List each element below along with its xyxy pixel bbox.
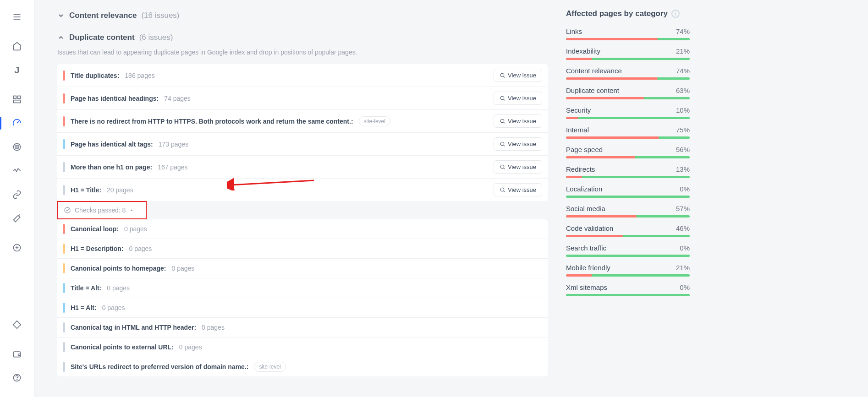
panel-title: Affected pages by category i	[566, 9, 690, 18]
search-icon	[500, 72, 505, 78]
category-bar	[566, 215, 690, 218]
category-row[interactable]: Security10%	[566, 106, 690, 119]
category-row[interactable]: Xml sitemaps0%	[566, 283, 690, 296]
issue-pages: 0 pages	[129, 245, 152, 252]
category-row[interactable]: Indexability21%	[566, 47, 690, 60]
category-pct: 10%	[676, 106, 690, 114]
category-row[interactable]: Duplicate content63%	[566, 87, 690, 99]
category-row[interactable]: Localization0%	[566, 185, 690, 198]
category-bar	[566, 294, 690, 296]
severity-bar	[63, 263, 65, 273]
category-name: Localization	[566, 185, 602, 193]
severity-bar	[63, 93, 65, 103]
category-name: Indexability	[566, 47, 600, 55]
issue-row: Canonical points to homepage:0 pages	[57, 259, 548, 278]
issue-row: More than one h1 on page:167 pagesView i…	[57, 156, 548, 179]
category-row[interactable]: Search traffic0%	[566, 244, 690, 257]
menu-icon[interactable]	[7, 7, 27, 27]
category-row[interactable]: Internal75%	[566, 126, 690, 139]
home-icon[interactable]	[7, 36, 27, 56]
category-bar	[566, 274, 690, 277]
help-icon[interactable]	[7, 368, 27, 388]
category-pct: 57%	[676, 205, 690, 212]
target-icon[interactable]	[7, 137, 27, 157]
svg-rect-12	[14, 352, 21, 357]
category-name: Security	[566, 106, 591, 114]
svg-point-27	[65, 207, 70, 213]
project-icon[interactable]: J	[7, 60, 27, 80]
checks-passed-toggle[interactable]: Checks passed: 8	[57, 201, 147, 219]
category-pct: 21%	[676, 47, 690, 55]
category-pct: 0%	[680, 283, 690, 291]
info-icon[interactable]: i	[671, 10, 680, 18]
issue-label: Canonical loop:	[71, 225, 119, 233]
svg-rect-5	[14, 100, 21, 103]
category-bar	[566, 117, 690, 119]
category-name: Redirects	[566, 165, 595, 173]
category-row[interactable]: Social media57%	[566, 205, 690, 218]
wand-icon[interactable]	[7, 208, 27, 228]
chevron-up-icon	[57, 34, 65, 41]
issue-label: Page has identical alt tags:	[71, 141, 153, 148]
svg-point-25	[500, 188, 504, 191]
issues-list: Title duplicates:186 pagesView issuePage…	[57, 64, 548, 201]
issue-row: Page has identical alt tags:173 pagesVie…	[57, 133, 548, 156]
issue-row: Canonical points to external URL:0 pages	[57, 337, 548, 357]
diamond-icon[interactable]	[7, 315, 27, 335]
severity-bar	[63, 224, 65, 234]
view-issue-button[interactable]: View issue	[494, 92, 542, 105]
svg-line-24	[504, 168, 505, 169]
section-content-relevance[interactable]: Content relevance (16 issues)	[57, 5, 548, 27]
activity-icon[interactable]	[7, 161, 27, 181]
view-issue-button[interactable]: View issue	[494, 69, 542, 82]
search-icon	[500, 187, 505, 193]
category-row[interactable]: Mobile friendly21%	[566, 264, 690, 277]
chevron-down-icon	[57, 12, 65, 19]
svg-line-26	[504, 191, 505, 192]
category-row[interactable]: Code validation46%	[566, 224, 690, 237]
issue-pages: 167 pages	[158, 163, 187, 171]
section-duplicate-content[interactable]: Duplicate content (6 issues)	[57, 27, 548, 49]
wallet-icon[interactable]	[7, 344, 27, 364]
speedometer-icon[interactable]	[7, 113, 27, 133]
severity-bar	[63, 185, 65, 195]
severity-bar	[63, 116, 65, 126]
category-row[interactable]: Page speed56%	[566, 146, 690, 158]
severity-bar	[63, 244, 65, 254]
category-name: Xml sitemaps	[566, 283, 607, 291]
search-icon	[500, 118, 505, 124]
issue-row: H1 = Description:0 pages	[57, 239, 548, 259]
issue-pages: 0 pages	[179, 343, 202, 351]
add-icon[interactable]	[7, 238, 27, 258]
svg-marker-28	[131, 209, 133, 211]
category-name: Links	[566, 27, 582, 35]
severity-bar	[63, 303, 65, 313]
issue-row: Canonical loop:0 pages	[57, 219, 548, 239]
view-issue-button[interactable]: View issue	[494, 183, 542, 196]
svg-point-15	[500, 73, 504, 77]
category-list: Links74%Indexability21%Content relevance…	[566, 27, 690, 296]
checks-passed-label: Checks passed: 8	[75, 207, 126, 214]
category-row[interactable]: Links74%	[566, 27, 690, 40]
issue-pages: 20 pages	[107, 186, 133, 194]
search-icon	[500, 95, 505, 101]
link-icon[interactable]	[7, 185, 27, 205]
view-issue-button[interactable]: View issue	[494, 137, 542, 151]
passed-list: Canonical loop:0 pagesH1 = Description:0…	[57, 219, 548, 376]
section-title: Content relevance	[69, 11, 137, 20]
category-name: Search traffic	[566, 244, 606, 252]
issue-label: Page has identical headings:	[71, 95, 159, 102]
dashboard-icon[interactable]	[7, 89, 27, 109]
view-issue-button[interactable]: View issue	[494, 160, 542, 174]
right-panel: Affected pages by category i Links74%Ind…	[566, 0, 690, 397]
issue-label: Canonical points to external URL:	[71, 343, 174, 351]
category-row[interactable]: Redirects13%	[566, 165, 690, 178]
view-issue-button[interactable]: View issue	[494, 114, 542, 128]
svg-line-22	[504, 145, 505, 147]
issue-label: Canonical tag in HTML and HTTP header:	[71, 324, 196, 331]
issue-label: H1 = Description:	[71, 245, 124, 252]
category-bar	[566, 58, 690, 60]
issue-label: Title = Alt:	[71, 284, 101, 292]
category-pct: 46%	[676, 224, 690, 232]
category-row[interactable]: Content relevance74%	[566, 67, 690, 80]
